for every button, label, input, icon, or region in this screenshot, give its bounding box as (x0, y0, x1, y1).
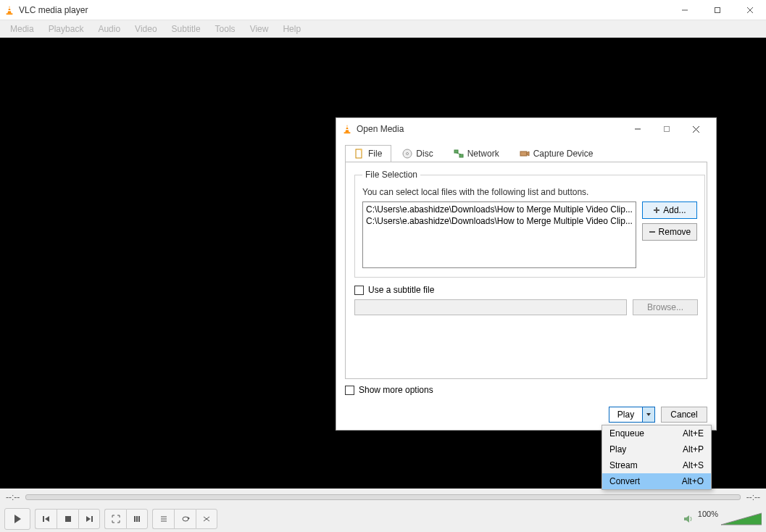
cancel-button[interactable]: Cancel (661, 407, 707, 423)
maximize-button[interactable] (701, 0, 733, 20)
seek-slider[interactable] (25, 494, 740, 500)
previous-button[interactable] (35, 509, 57, 529)
playlist-button[interactable] (152, 509, 174, 529)
dialog-maximize-button[interactable] (652, 119, 681, 139)
dropdown-enqueue[interactable]: EnqueueAlt+E (602, 425, 711, 441)
time-elapsed: --:-- (6, 492, 20, 502)
app-title: VLC media player (19, 5, 88, 15)
svg-rect-16 (138, 516, 140, 522)
svg-rect-9 (43, 516, 44, 522)
svg-marker-23 (684, 515, 689, 523)
control-row: 100% (0, 506, 766, 532)
dialog-title: Open Media (357, 124, 404, 134)
svg-rect-14 (134, 516, 136, 522)
svg-rect-13 (91, 516, 93, 522)
dropdown-convert[interactable]: ConvertAlt+O (602, 473, 711, 489)
svg-marker-26 (345, 125, 349, 133)
tab-network-label: Network (467, 149, 499, 159)
dropdown-stream[interactable]: StreamAlt+S (602, 457, 711, 473)
capture-icon (520, 149, 530, 159)
svg-rect-11 (65, 516, 71, 522)
svg-marker-8 (14, 515, 21, 523)
vlc-logo-icon (4, 5, 14, 15)
menu-view[interactable]: View (243, 22, 276, 36)
file-list-item[interactable]: C:\Users\e.abashidze\Downloads\How to Me… (366, 204, 633, 215)
minimize-button[interactable] (668, 0, 701, 20)
svg-marker-10 (45, 516, 49, 522)
chevron-down-icon (646, 412, 651, 417)
play-button[interactable] (4, 508, 30, 530)
add-button[interactable]: Add... (642, 201, 697, 219)
menu-media[interactable]: Media (3, 22, 41, 36)
menu-tools[interactable]: Tools (208, 22, 243, 36)
menu-video[interactable]: Video (128, 22, 164, 36)
stop-button[interactable] (57, 509, 78, 529)
svg-rect-1 (8, 7, 10, 8)
menu-audio[interactable]: Audio (91, 22, 128, 36)
dialog-minimize-button[interactable] (623, 119, 652, 139)
svg-marker-46 (646, 413, 651, 416)
play-split-button[interactable]: Play (609, 407, 655, 423)
volume-area: 100% (683, 510, 762, 528)
tab-file[interactable]: File (345, 145, 391, 162)
svg-rect-39 (459, 154, 463, 157)
subtitle-browse-button: Browse... (633, 299, 698, 315)
vlc-logo-icon (342, 124, 352, 134)
svg-marker-0 (7, 5, 11, 13)
tab-disc[interactable]: Disc (393, 144, 442, 162)
file-selection-legend: File Selection (362, 170, 420, 180)
volume-slider[interactable] (721, 512, 762, 526)
window-controls (668, 0, 766, 20)
svg-marker-12 (86, 516, 91, 522)
next-button[interactable] (78, 509, 100, 529)
tab-disc-label: Disc (416, 149, 433, 159)
svg-rect-34 (356, 149, 362, 158)
tab-capture[interactable]: Capture Device (510, 144, 603, 162)
file-list[interactable]: C:\Users\e.abashidze\Downloads\How to Me… (362, 201, 636, 268)
menu-bar: Media Playback Audio Video Subtitle Tool… (0, 20, 766, 38)
remove-button[interactable]: Remove (642, 223, 697, 241)
bottom-bar: --:-- --:-- 100% (0, 489, 766, 532)
dialog-title-bar: Open Media (336, 118, 716, 140)
open-media-dialog: Open Media File Disc Network Capture Dev… (336, 117, 717, 431)
speaker-icon[interactable] (683, 514, 695, 524)
dialog-close-button[interactable] (681, 119, 710, 139)
seek-row: --:-- --:-- (0, 489, 766, 506)
menu-playback[interactable]: Playback (41, 22, 91, 36)
plus-icon (653, 207, 660, 214)
subtitle-checkbox[interactable] (354, 286, 364, 295)
svg-rect-15 (136, 516, 138, 522)
time-total: --:-- (746, 492, 760, 502)
network-icon (454, 149, 464, 159)
menu-subtitle[interactable]: Subtitle (165, 22, 208, 36)
tab-capture-label: Capture Device (533, 149, 594, 159)
svg-rect-2 (8, 10, 11, 11)
subtitle-row: Use a subtitle file (354, 285, 698, 295)
fullscreen-button[interactable] (104, 509, 126, 529)
play-button-dropdown (643, 407, 654, 422)
file-selection-group: File Selection You can select local file… (354, 170, 705, 278)
menu-help[interactable]: Help (275, 22, 308, 36)
file-selection-hint: You can select local files with the foll… (362, 187, 697, 197)
svg-rect-3 (7, 13, 13, 14)
shuffle-button[interactable] (196, 509, 217, 529)
more-options-row: Show more options (345, 385, 707, 395)
tab-network[interactable]: Network (444, 144, 509, 162)
ext-settings-button[interactable] (126, 509, 148, 529)
loop-button[interactable] (174, 509, 196, 529)
minus-icon (649, 228, 656, 236)
svg-rect-41 (520, 151, 527, 156)
svg-rect-29 (344, 132, 351, 133)
svg-rect-27 (346, 127, 348, 128)
svg-rect-31 (665, 127, 670, 132)
dropdown-play[interactable]: PlayAlt+P (602, 441, 711, 457)
play-button-main: Play (609, 407, 643, 422)
dialog-footer: Play Cancel (609, 407, 707, 423)
disc-icon (402, 149, 412, 159)
file-list-item[interactable]: C:\Users\e.abashidze\Downloads\How to Me… (366, 215, 633, 227)
svg-marker-20 (188, 517, 190, 520)
svg-rect-38 (454, 150, 458, 153)
more-options-checkbox[interactable] (345, 386, 354, 395)
close-button[interactable] (733, 0, 766, 20)
svg-point-37 (407, 152, 409, 154)
